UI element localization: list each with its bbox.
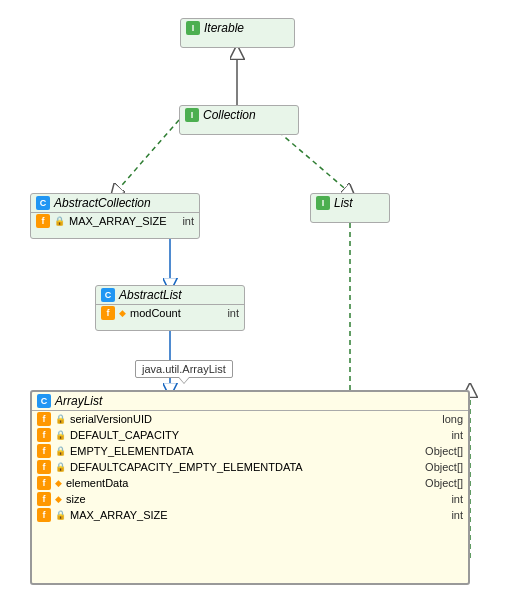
iterable-type-badge: I [186, 21, 200, 35]
field-name: MAX_ARRAY_SIZE [69, 215, 178, 227]
lock-icon-open: ◆ [119, 308, 126, 318]
field-icon: f [37, 428, 51, 442]
abstractcollection-field-0: f 🔒 MAX_ARRAY_SIZE int [31, 213, 199, 229]
collection-box[interactable]: I Collection [179, 105, 299, 135]
abstractlist-type-badge: C [101, 288, 115, 302]
tooltip-text: java.util.ArrayList [142, 363, 226, 375]
field-type: Object[] [425, 461, 463, 473]
lock-icon: 🔒 [55, 462, 66, 472]
field-name: DEFAULTCAPACITY_EMPTY_ELEMENTDATA [70, 461, 421, 473]
field-type: Object[] [425, 477, 463, 489]
abstractlist-box[interactable]: C AbstractList f ◆ modCount int [95, 285, 245, 331]
arraylist-field-6: f 🔒 MAX_ARRAY_SIZE int [32, 507, 468, 523]
field-name: DEFAULT_CAPACITY [70, 429, 447, 441]
arraylist-box[interactable]: C ArrayList f 🔒 serialVersionUID long f … [30, 390, 470, 585]
arraylist-header: C ArrayList [32, 392, 468, 411]
collection-header: I Collection [180, 106, 298, 124]
svg-line-3 [115, 120, 179, 193]
field-type: Object[] [425, 445, 463, 457]
arraylist-field-2: f 🔒 EMPTY_ELEMENTDATA Object[] [32, 443, 468, 459]
field-icon-f: f [36, 214, 50, 228]
field-name: size [66, 493, 447, 505]
arraylist-name: ArrayList [55, 394, 102, 408]
arraylist-type-badge: C [37, 394, 51, 408]
lock-icon: 🔒 [54, 216, 65, 226]
lock-icon: 🔒 [55, 430, 66, 440]
lock-icon-open: ◆ [55, 478, 62, 488]
field-type: int [451, 493, 463, 505]
field-icon: f [37, 508, 51, 522]
field-icon: f [37, 412, 51, 426]
abstractcollection-type-badge: C [36, 196, 50, 210]
list-name: List [334, 196, 353, 210]
field-type: long [442, 413, 463, 425]
field-icon: f [37, 492, 51, 506]
lock-icon: 🔒 [55, 510, 66, 520]
field-type: int [227, 307, 239, 319]
field-name: MAX_ARRAY_SIZE [70, 509, 447, 521]
field-icon-f: f [101, 306, 115, 320]
abstractlist-field-0: f ◆ modCount int [96, 305, 244, 321]
abstractlist-header: C AbstractList [96, 286, 244, 305]
iterable-box[interactable]: I Iterable [180, 18, 295, 48]
field-name: serialVersionUID [70, 413, 438, 425]
field-name: modCount [130, 307, 223, 319]
abstractcollection-box[interactable]: C AbstractCollection f 🔒 MAX_ARRAY_SIZE … [30, 193, 200, 239]
field-name: elementData [66, 477, 421, 489]
field-icon: f [37, 460, 51, 474]
abstractcollection-name: AbstractCollection [54, 196, 151, 210]
lock-icon: 🔒 [55, 446, 66, 456]
arraylist-field-1: f 🔒 DEFAULT_CAPACITY int [32, 427, 468, 443]
iterable-name: Iterable [204, 21, 244, 35]
iterable-header: I Iterable [181, 19, 294, 37]
list-box[interactable]: I List [310, 193, 390, 223]
arraylist-field-3: f 🔒 DEFAULTCAPACITY_EMPTY_ELEMENTDATA Ob… [32, 459, 468, 475]
field-type: int [182, 215, 194, 227]
field-type: int [451, 429, 463, 441]
collection-type-badge: I [185, 108, 199, 122]
abstractlist-name: AbstractList [119, 288, 182, 302]
arraylist-field-5: f ◆ size int [32, 491, 468, 507]
arraylist-field-4: f ◆ elementData Object[] [32, 475, 468, 491]
list-header: I List [311, 194, 389, 212]
field-type: int [451, 509, 463, 521]
uml-diagram: I Iterable I Collection I List C Abstrac… [0, 0, 510, 605]
tooltip: java.util.ArrayList [135, 360, 233, 378]
collection-name: Collection [203, 108, 256, 122]
list-type-badge: I [316, 196, 330, 210]
field-name: EMPTY_ELEMENTDATA [70, 445, 421, 457]
field-icon: f [37, 444, 51, 458]
lock-icon-open: ◆ [55, 494, 62, 504]
arraylist-field-0: f 🔒 serialVersionUID long [32, 411, 468, 427]
lock-icon: 🔒 [55, 414, 66, 424]
field-icon: f [37, 476, 51, 490]
abstractcollection-header: C AbstractCollection [31, 194, 199, 213]
